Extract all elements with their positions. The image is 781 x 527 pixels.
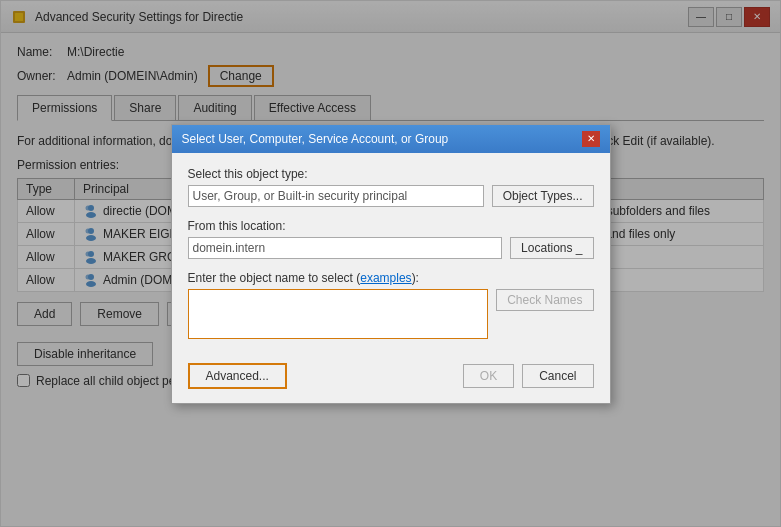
object-type-row: Object Types... — [188, 185, 594, 207]
locations-button[interactable]: Locations _ — [510, 237, 593, 259]
object-name-input[interactable] — [188, 289, 489, 339]
modal-title: Select User, Computer, Service Account, … — [182, 132, 449, 146]
examples-link[interactable]: examples — [360, 271, 411, 285]
object-types-button[interactable]: Object Types... — [492, 185, 594, 207]
advanced-button[interactable]: Advanced... — [188, 363, 287, 389]
modal-bottom-row: Advanced... OK Cancel — [188, 363, 594, 389]
modal-bottom-right: OK Cancel — [463, 364, 594, 388]
modal-bottom-left: Advanced... — [188, 363, 287, 389]
modal-close-button[interactable]: ✕ — [582, 131, 600, 147]
location-input[interactable] — [188, 237, 503, 259]
cancel-button[interactable]: Cancel — [522, 364, 593, 388]
object-type-label: Select this object type: — [188, 167, 594, 181]
ok-button[interactable]: OK — [463, 364, 514, 388]
location-row: Locations _ — [188, 237, 594, 259]
main-window: Advanced Security Settings for Directie … — [0, 0, 781, 527]
modal-overlay: Select User, Computer, Service Account, … — [1, 1, 780, 526]
select-user-modal: Select User, Computer, Service Account, … — [171, 124, 611, 404]
object-type-input[interactable] — [188, 185, 484, 207]
modal-title-bar: Select User, Computer, Service Account, … — [172, 125, 610, 153]
check-names-button[interactable]: Check Names — [496, 289, 593, 311]
object-name-label: Enter the object name to select (example… — [188, 271, 594, 285]
modal-content: Select this object type: Object Types...… — [172, 153, 610, 403]
location-label: From this location: — [188, 219, 594, 233]
